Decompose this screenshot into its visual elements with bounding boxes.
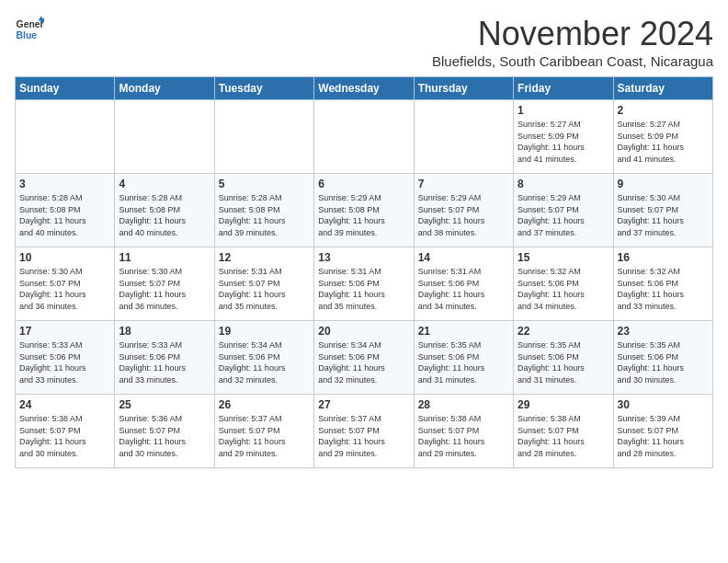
day-info: Sunrise: 5:34 AM Sunset: 5:06 PM Dayligh…: [318, 339, 409, 385]
calendar-cell: 2Sunrise: 5:27 AM Sunset: 5:09 PM Daylig…: [613, 100, 712, 174]
calendar-cell: 8Sunrise: 5:29 AM Sunset: 5:07 PM Daylig…: [514, 174, 613, 247]
day-number: 9: [618, 178, 709, 190]
day-number: 20: [318, 325, 409, 338]
calendar-body: 1Sunrise: 5:27 AM Sunset: 5:09 PM Daylig…: [16, 100, 713, 468]
day-info: Sunrise: 5:34 AM Sunset: 5:06 PM Dayligh…: [219, 339, 310, 385]
day-info: Sunrise: 5:37 AM Sunset: 5:07 PM Dayligh…: [219, 413, 310, 459]
calendar-week-row: 1Sunrise: 5:27 AM Sunset: 5:09 PM Daylig…: [16, 100, 713, 174]
calendar-cell: 4Sunrise: 5:28 AM Sunset: 5:08 PM Daylig…: [115, 174, 214, 247]
title-section: November 2024 Bluefields, South Caribbea…: [432, 15, 713, 69]
weekday-header-cell: Thursday: [414, 77, 513, 100]
day-number: 26: [219, 398, 310, 411]
calendar-cell: 29Sunrise: 5:38 AM Sunset: 5:07 PM Dayli…: [514, 395, 613, 468]
day-number: 14: [418, 251, 509, 264]
day-info: Sunrise: 5:39 AM Sunset: 5:07 PM Dayligh…: [618, 413, 709, 459]
calendar-cell: 23Sunrise: 5:35 AM Sunset: 5:06 PM Dayli…: [613, 321, 712, 395]
day-number: 7: [418, 178, 509, 190]
day-number: 3: [19, 178, 110, 190]
calendar-cell: 10Sunrise: 5:30 AM Sunset: 5:07 PM Dayli…: [16, 247, 115, 321]
calendar-cell: 24Sunrise: 5:36 AM Sunset: 5:07 PM Dayli…: [16, 395, 115, 468]
day-info: Sunrise: 5:28 AM Sunset: 5:08 PM Dayligh…: [119, 192, 210, 238]
day-info: Sunrise: 5:35 AM Sunset: 5:06 PM Dayligh…: [518, 339, 609, 385]
day-info: Sunrise: 5:36 AM Sunset: 5:07 PM Dayligh…: [19, 413, 110, 459]
calendar-table: SundayMondayTuesdayWednesdayThursdayFrid…: [15, 76, 713, 468]
calendar-cell: 27Sunrise: 5:37 AM Sunset: 5:07 PM Dayli…: [314, 395, 414, 468]
day-info: Sunrise: 5:33 AM Sunset: 5:06 PM Dayligh…: [119, 339, 210, 385]
calendar-cell: [414, 100, 513, 174]
day-info: Sunrise: 5:29 AM Sunset: 5:07 PM Dayligh…: [418, 192, 509, 238]
day-number: 10: [19, 251, 110, 264]
day-number: 2: [618, 104, 709, 117]
calendar-cell: 30Sunrise: 5:39 AM Sunset: 5:07 PM Dayli…: [613, 395, 712, 468]
day-number: 17: [19, 325, 110, 338]
day-number: 16: [618, 251, 709, 264]
calendar-week-row: 24Sunrise: 5:36 AM Sunset: 5:07 PM Dayli…: [16, 395, 713, 468]
calendar-week-row: 10Sunrise: 5:30 AM Sunset: 5:07 PM Dayli…: [16, 247, 713, 321]
calendar-cell: 15Sunrise: 5:32 AM Sunset: 5:06 PM Dayli…: [514, 247, 613, 321]
day-number: 5: [219, 178, 310, 190]
day-info: Sunrise: 5:30 AM Sunset: 5:07 PM Dayligh…: [119, 266, 210, 312]
day-number: 22: [518, 325, 609, 338]
weekday-header-cell: Sunday: [16, 77, 115, 100]
weekday-header-cell: Saturday: [613, 77, 712, 100]
day-number: 6: [318, 178, 409, 190]
weekday-header-cell: Tuesday: [214, 77, 313, 100]
day-number: 8: [518, 178, 609, 190]
day-info: Sunrise: 5:28 AM Sunset: 5:08 PM Dayligh…: [19, 192, 110, 238]
calendar-cell: 3Sunrise: 5:28 AM Sunset: 5:08 PM Daylig…: [16, 174, 115, 247]
calendar-cell: 1Sunrise: 5:27 AM Sunset: 5:09 PM Daylig…: [514, 100, 613, 174]
day-info: Sunrise: 5:29 AM Sunset: 5:08 PM Dayligh…: [318, 192, 409, 238]
calendar-cell: 19Sunrise: 5:34 AM Sunset: 5:06 PM Dayli…: [214, 321, 313, 395]
page-header: General Blue November 2024 Bluefields, S…: [15, 15, 713, 69]
calendar-cell: [16, 100, 115, 174]
day-number: 21: [418, 325, 509, 338]
day-info: Sunrise: 5:38 AM Sunset: 5:07 PM Dayligh…: [418, 413, 509, 459]
day-info: Sunrise: 5:28 AM Sunset: 5:08 PM Dayligh…: [219, 192, 310, 238]
svg-text:Blue: Blue: [17, 30, 38, 40]
day-info: Sunrise: 5:31 AM Sunset: 5:07 PM Dayligh…: [219, 266, 310, 312]
day-info: Sunrise: 5:27 AM Sunset: 5:09 PM Dayligh…: [518, 119, 609, 165]
logo-icon: General Blue: [15, 15, 44, 44]
calendar-cell: 16Sunrise: 5:32 AM Sunset: 5:06 PM Dayli…: [613, 247, 712, 321]
day-info: Sunrise: 5:32 AM Sunset: 5:06 PM Dayligh…: [618, 266, 709, 312]
calendar-cell: 18Sunrise: 5:33 AM Sunset: 5:06 PM Dayli…: [115, 321, 214, 395]
calendar-cell: 22Sunrise: 5:35 AM Sunset: 5:06 PM Dayli…: [514, 321, 613, 395]
calendar-cell: 7Sunrise: 5:29 AM Sunset: 5:07 PM Daylig…: [414, 174, 513, 247]
day-info: Sunrise: 5:37 AM Sunset: 5:07 PM Dayligh…: [318, 413, 409, 459]
calendar-cell: 13Sunrise: 5:31 AM Sunset: 5:06 PM Dayli…: [314, 247, 414, 321]
day-info: Sunrise: 5:35 AM Sunset: 5:06 PM Dayligh…: [418, 339, 509, 385]
day-number: 1: [518, 104, 609, 117]
calendar-cell: [115, 100, 214, 174]
day-info: Sunrise: 5:30 AM Sunset: 5:07 PM Dayligh…: [618, 192, 709, 238]
calendar-week-row: 17Sunrise: 5:33 AM Sunset: 5:06 PM Dayli…: [16, 321, 713, 395]
weekday-header-cell: Monday: [115, 77, 214, 100]
day-info: Sunrise: 5:30 AM Sunset: 5:07 PM Dayligh…: [19, 266, 110, 312]
day-number: 30: [618, 398, 709, 411]
day-number: 19: [219, 325, 310, 338]
day-number: 29: [518, 398, 609, 411]
calendar-cell: 20Sunrise: 5:34 AM Sunset: 5:06 PM Dayli…: [314, 321, 414, 395]
day-number: 24: [19, 398, 110, 411]
calendar-cell: 9Sunrise: 5:30 AM Sunset: 5:07 PM Daylig…: [613, 174, 712, 247]
day-number: 13: [318, 251, 409, 264]
calendar-cell: 5Sunrise: 5:28 AM Sunset: 5:08 PM Daylig…: [214, 174, 313, 247]
day-number: 11: [119, 251, 210, 264]
calendar-cell: 6Sunrise: 5:29 AM Sunset: 5:08 PM Daylig…: [314, 174, 414, 247]
location-subtitle: Bluefields, South Caribbean Coast, Nicar…: [432, 53, 713, 69]
calendar-cell: 14Sunrise: 5:31 AM Sunset: 5:06 PM Dayli…: [414, 247, 513, 321]
day-info: Sunrise: 5:35 AM Sunset: 5:06 PM Dayligh…: [618, 339, 709, 385]
calendar-cell: [314, 100, 414, 174]
calendar-cell: 17Sunrise: 5:33 AM Sunset: 5:06 PM Dayli…: [16, 321, 115, 395]
logo: General Blue: [15, 15, 44, 44]
day-number: 23: [618, 325, 709, 338]
day-number: 28: [418, 398, 509, 411]
day-number: 18: [119, 325, 210, 338]
calendar-week-row: 3Sunrise: 5:28 AM Sunset: 5:08 PM Daylig…: [16, 174, 713, 247]
day-number: 27: [318, 398, 409, 411]
svg-text:General: General: [17, 19, 44, 29]
calendar-cell: 11Sunrise: 5:30 AM Sunset: 5:07 PM Dayli…: [115, 247, 214, 321]
day-info: Sunrise: 5:32 AM Sunset: 5:06 PM Dayligh…: [518, 266, 609, 312]
day-info: Sunrise: 5:36 AM Sunset: 5:07 PM Dayligh…: [119, 413, 210, 459]
weekday-header-cell: Wednesday: [314, 77, 414, 100]
day-info: Sunrise: 5:33 AM Sunset: 5:06 PM Dayligh…: [19, 339, 110, 385]
